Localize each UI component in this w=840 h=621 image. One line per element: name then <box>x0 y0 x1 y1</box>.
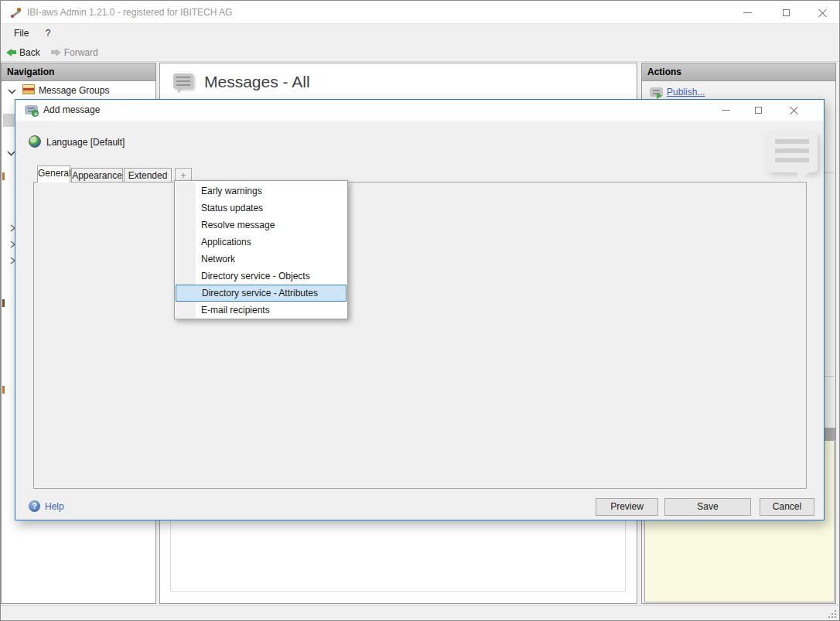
forward-icon <box>51 49 61 56</box>
language-globe-icon <box>29 135 41 148</box>
tree-icon-fragment <box>2 386 5 394</box>
language-label: Language [Default] <box>46 137 125 148</box>
plus-icon: + <box>180 170 186 181</box>
app-icon <box>10 6 22 19</box>
tree-icon-fragment <box>2 172 5 180</box>
menu-item-email-recipients[interactable]: E-mail recipients <box>176 302 347 319</box>
help-link[interactable]: Help <box>45 501 64 512</box>
add-message-dialog: Add message Language [Default] General A… <box>15 99 825 520</box>
dialog-maximize-button[interactable] <box>746 100 770 121</box>
menubar: File ? <box>1 24 839 43</box>
back-button[interactable]: Back <box>1 44 46 61</box>
menu-item-network[interactable]: Network <box>176 251 347 268</box>
tab-extended[interactable]: Extended <box>124 168 172 183</box>
resize-grip[interactable] <box>827 609 836 618</box>
minimize-icon <box>722 110 730 111</box>
publish-link[interactable]: Publish... <box>667 87 705 97</box>
publish-icon <box>650 87 663 97</box>
preview-button[interactable]: Preview <box>596 498 658 516</box>
maximize-button[interactable] <box>773 1 799 24</box>
chevron-down-icon[interactable] <box>8 87 16 97</box>
tab-appearance[interactable]: Appearance <box>71 168 123 183</box>
app-window: IBI-aws Admin 1.21.0 - registered for IB… <box>0 0 840 621</box>
help-icon: ? <box>29 500 40 512</box>
message-watermark-icon <box>767 131 818 172</box>
tree-item-message-groups[interactable]: Message Groups <box>39 85 109 96</box>
window-title: IBI-aws Admin 1.21.0 - registered for IB… <box>27 1 232 24</box>
menu-file[interactable]: File <box>7 24 36 43</box>
general-tab-page <box>33 182 807 489</box>
menu-item-directory-service-objects[interactable]: Directory service - Objects <box>176 268 347 285</box>
actions-header-label: Actions <box>647 67 681 77</box>
menu-item-resolve-message[interactable]: Resolve message <box>176 217 347 234</box>
back-icon <box>6 49 16 56</box>
back-label: Back <box>19 47 40 58</box>
message-type-menu: Early warnings Status updates Resolve me… <box>174 180 348 319</box>
menu-item-early-warnings[interactable]: Early warnings <box>176 183 347 200</box>
menu-item-applications[interactable]: Applications <box>176 234 347 251</box>
forward-label: Forward <box>64 47 98 58</box>
maximize-icon <box>783 9 790 16</box>
minimize-icon <box>743 12 752 13</box>
add-message-icon <box>25 105 38 114</box>
toolbar: Back Forward <box>1 43 839 62</box>
close-button[interactable] <box>809 1 835 24</box>
maximize-icon <box>755 107 762 114</box>
message-groups-icon <box>22 84 35 94</box>
dialog-titlebar: Add message <box>15 100 824 121</box>
messages-icon <box>173 73 193 89</box>
titlebar: IBI-aws Admin 1.21.0 - registered for IB… <box>1 1 839 24</box>
page-title: Messages - All <box>204 73 310 91</box>
menu-item-directory-service-attributes[interactable]: Directory service - Attributes <box>176 285 347 302</box>
status-bar <box>1 605 839 621</box>
dialog-minimize-button[interactable] <box>714 100 737 121</box>
actions-header: Actions <box>641 63 836 81</box>
menu-help[interactable]: ? <box>39 24 58 43</box>
dialog-title: Add message <box>43 100 100 121</box>
navigation-header-label: Navigation <box>7 67 54 77</box>
close-icon <box>790 106 798 114</box>
save-button[interactable]: Save <box>664 498 751 516</box>
tab-general[interactable]: General <box>37 165 70 183</box>
dialog-close-button[interactable] <box>782 100 805 121</box>
navigation-header: Navigation <box>1 63 156 81</box>
close-icon <box>818 9 827 17</box>
menu-item-status-updates[interactable]: Status updates <box>176 200 347 217</box>
minimize-button[interactable] <box>734 1 760 24</box>
forward-button[interactable]: Forward <box>46 44 104 61</box>
cancel-button[interactable]: Cancel <box>760 498 814 516</box>
tree-icon-fragment <box>2 299 5 307</box>
tree-selected-row-fragment[interactable] <box>3 114 15 127</box>
